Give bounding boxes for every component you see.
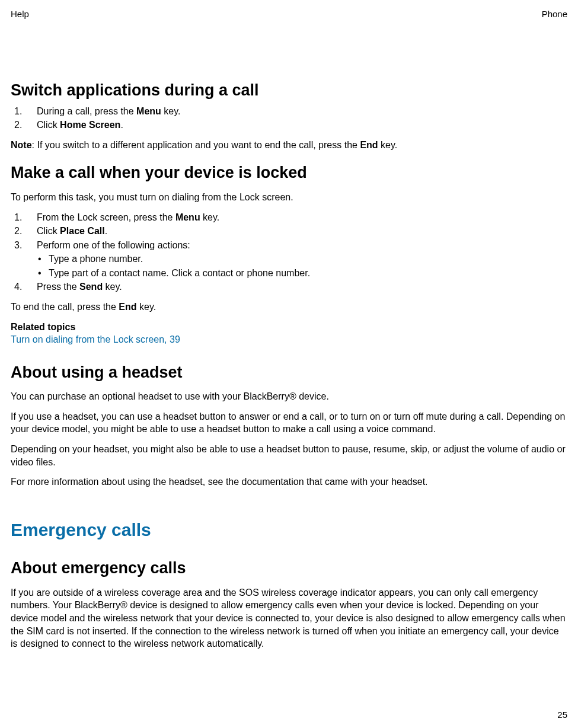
step-text: Press the — [37, 282, 79, 292]
section-title-headset: About using a headset — [11, 362, 567, 383]
step-item: Click Home Screen. — [11, 119, 567, 132]
note-bold: End — [360, 140, 378, 150]
step-bold: Home Screen — [60, 120, 120, 130]
headset-para: Depending on your headset, you might als… — [11, 443, 567, 468]
page-header: Help Phone — [11, 8, 567, 20]
intro-paragraph: To perform this task, you must turn on d… — [11, 191, 567, 204]
step-bold: Menu — [136, 106, 161, 116]
page-number: 25 — [557, 709, 567, 721]
note-paragraph: Note: If you switch to a different appli… — [11, 139, 567, 152]
step-text: Click — [37, 226, 60, 236]
chapter-title-emergency: Emergency calls — [11, 518, 567, 542]
step-bold: Send — [79, 282, 103, 292]
headset-para: If you use a headset, you can use a head… — [11, 410, 567, 436]
outro-before: To end the call, press the — [11, 302, 119, 312]
emergency-para: If you are outside of a wireless coverag… — [11, 586, 567, 650]
header-right: Phone — [542, 8, 567, 20]
section-title-about-emergency: About emergency calls — [11, 557, 567, 579]
step-after: . — [120, 120, 123, 130]
header-left: Help — [11, 8, 29, 20]
substeps: Type a phone number. Type part of a cont… — [37, 253, 567, 279]
step-after: . — [105, 226, 107, 236]
step-text: Click — [37, 120, 60, 130]
step-item: Click Place Call. — [11, 225, 567, 238]
headset-para: You can purchase an optional headset to … — [11, 390, 567, 403]
step-bold: Menu — [175, 212, 200, 222]
related-link[interactable]: Turn on dialing from the Lock screen, 39 — [11, 334, 180, 344]
step-item: During a call, press the Menu key. — [11, 105, 567, 118]
step-text: During a call, press the — [37, 106, 136, 116]
steps-switch-apps: During a call, press the Menu key. Click… — [11, 105, 567, 132]
substep-item: Type part of a contact name. Click a con… — [37, 267, 567, 280]
substep-item: Type a phone number. — [37, 253, 567, 266]
step-after: key. — [200, 212, 220, 222]
section-title-switch-apps: Switch applications during a call — [11, 79, 567, 101]
related-topics-label: Related topics — [11, 321, 567, 334]
note-before: : If you switch to a different applicati… — [32, 140, 360, 150]
outro-after: key. — [137, 302, 157, 312]
headset-para: For more information about using the hea… — [11, 475, 567, 488]
step-after: key. — [161, 106, 181, 116]
note-label: Note — [11, 140, 32, 150]
outro-paragraph: To end the call, press the End key. — [11, 301, 567, 314]
note-after: key. — [378, 140, 398, 150]
step-text: From the Lock screen, press the — [37, 212, 175, 222]
outro-bold: End — [119, 302, 136, 312]
step-item: Perform one of the following actions: Ty… — [11, 239, 567, 280]
steps-locked-call: From the Lock screen, press the Menu key… — [11, 211, 567, 294]
step-bold: Place Call — [60, 226, 105, 236]
step-item: From the Lock screen, press the Menu key… — [11, 211, 567, 224]
step-after: key. — [103, 282, 122, 292]
step-text: Perform one of the following actions: — [37, 240, 190, 250]
step-item: Press the Send key. — [11, 280, 567, 293]
section-title-locked-call: Make a call when your device is locked — [11, 162, 567, 183]
